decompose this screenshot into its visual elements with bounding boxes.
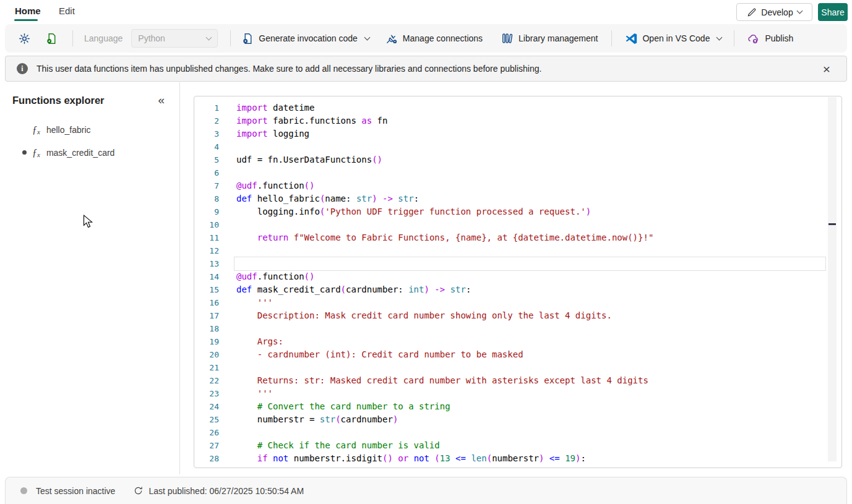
language-value: Python: [138, 33, 165, 43]
tab-home[interactable]: Home: [15, 6, 41, 16]
code-line[interactable]: 4: [194, 140, 841, 153]
line-content: ''': [235, 387, 825, 400]
function-item[interactable]: ƒxmask_credit_card: [0, 141, 179, 164]
line-number: 22: [194, 374, 219, 387]
code-line[interactable]: 17 Description: Mask credit card number …: [194, 309, 841, 322]
banner-close-icon[interactable]: ×: [823, 62, 830, 75]
code-line[interactable]: 14@udf.function(): [194, 270, 841, 283]
line-content: [235, 218, 825, 231]
code-line[interactable]: 1import datetime: [194, 101, 841, 114]
code-line[interactable]: 7@udf.function(): [194, 179, 841, 192]
line-content: @udf.function(): [235, 179, 825, 192]
develop-button[interactable]: Develop: [736, 3, 812, 21]
line-number: 26: [194, 426, 219, 439]
line-number: 8: [194, 192, 219, 205]
line-number: 2: [194, 114, 219, 127]
line-number: 27: [194, 439, 219, 452]
collapse-panel-icon[interactable]: «: [158, 93, 165, 107]
line-content: Returns: str: Masked credit card number …: [235, 374, 825, 387]
code-line[interactable]: 28 if not numberstr.isdigit() or not (13…: [194, 452, 841, 465]
line-content: [235, 140, 825, 153]
functions-explorer-title: Functions explorer: [12, 95, 105, 106]
line-number: 6: [194, 166, 219, 179]
generate-invocation-code-button[interactable]: Generate invocation code: [242, 33, 369, 45]
publish-button[interactable]: Publish: [747, 32, 793, 45]
line-content: udf = fn.UserDataFunctions(): [235, 153, 825, 166]
code-line[interactable]: 9 logging.info('Python UDF trigger funct…: [194, 205, 841, 218]
function-fx-icon: ƒx: [32, 147, 40, 158]
line-content: if not numberstr.isdigit() or not (13 <=…: [235, 452, 825, 465]
chevron-down-icon: [364, 34, 370, 40]
vscode-logo-icon: [624, 32, 637, 45]
manage-connections-button[interactable]: Manage connections: [385, 32, 483, 45]
code-line[interactable]: 18: [194, 322, 841, 335]
manage-connections-label: Manage connections: [403, 33, 483, 43]
code-editor[interactable]: 1import datetime2import fabric.functions…: [194, 96, 842, 468]
line-number: 21: [194, 361, 219, 374]
code-line[interactable]: 23 ''': [194, 387, 841, 400]
share-button[interactable]: Share: [818, 3, 848, 21]
code-line[interactable]: 15def mask_credit_card(cardnumber: int) …: [194, 283, 841, 296]
code-line[interactable]: 22 Returns: str: Masked credit card numb…: [194, 374, 841, 387]
code-line[interactable]: 11 return f"Welcome to Fabric Functions,…: [194, 231, 841, 244]
open-in-vscode-button[interactable]: Open in VS Code: [624, 32, 721, 45]
active-tab-underline: [14, 19, 38, 21]
line-content: @udf.function(): [235, 270, 825, 283]
library-management-button[interactable]: Library management: [501, 32, 598, 45]
code-line[interactable]: 19 Args:: [194, 335, 841, 348]
code-line[interactable]: 24 # Convert the card number to a string: [194, 400, 841, 413]
code-line[interactable]: 27 # Check if the card number is valid: [194, 439, 841, 452]
line-content: Args:: [235, 335, 825, 348]
function-item-label: hello_fabric: [46, 125, 91, 135]
language-select[interactable]: Python: [131, 29, 218, 48]
line-number: 3: [194, 127, 219, 140]
ribbon-toolbar: Language Python Generate invocation code…: [5, 24, 847, 53]
code-line[interactable]: 26: [194, 426, 841, 439]
publish-label: Publish: [765, 33, 793, 43]
code-line[interactable]: 5udf = fn.UserDataFunctions(): [194, 153, 841, 166]
line-content: [235, 244, 825, 257]
line-number: 7: [194, 179, 219, 192]
line-content: numberstr = str(cardnumber): [235, 413, 825, 426]
code-line[interactable]: 12: [194, 244, 841, 257]
session-status-text: Test session inactive: [36, 486, 115, 496]
code-line[interactable]: 20 - cardnumber (int): Credit card numbe…: [194, 348, 841, 361]
library-books-icon: [501, 32, 514, 45]
session-status-dot: [20, 487, 27, 494]
code-line[interactable]: 13: [194, 257, 841, 270]
mouse-cursor: [83, 215, 93, 231]
code-line[interactable]: 16 ''': [194, 296, 841, 309]
line-content: import fabric.functions as fn: [235, 114, 825, 127]
banner-text: This user data functions item has unpubl…: [37, 64, 823, 74]
code-line[interactable]: 25 numberstr = str(cardnumber): [194, 413, 841, 426]
code-line[interactable]: 6: [194, 166, 841, 179]
toolbar-separator: [734, 30, 734, 46]
status-bar: Test session inactive Last published: 06…: [5, 477, 847, 504]
library-management-label: Library management: [519, 33, 598, 43]
line-content: [235, 257, 825, 270]
line-content: def mask_credit_card(cardnumber: int) ->…: [235, 283, 825, 296]
line-number: 15: [194, 283, 219, 296]
line-content: Description: Mask credit card number sho…: [235, 309, 825, 322]
line-content: def hello_fabric(name: str) -> str:: [235, 192, 825, 205]
pencil-icon: [747, 7, 757, 17]
line-content: import logging: [235, 127, 825, 140]
function-item[interactable]: ƒxhello_fabric: [0, 118, 179, 141]
code-line[interactable]: 10: [194, 218, 841, 231]
code-line[interactable]: 3import logging: [194, 127, 841, 140]
code-line[interactable]: 8def hello_fabric(name: str) -> str:: [194, 192, 841, 205]
last-published-text: Last published: 06/27/2025 10:50:54 AM: [148, 486, 304, 496]
tab-edit[interactable]: Edit: [59, 6, 75, 16]
language-label: Language: [84, 33, 123, 43]
source-file-icon[interactable]: [46, 33, 58, 45]
code-line[interactable]: 21: [194, 361, 841, 374]
line-number: 4: [194, 140, 219, 153]
line-number: 28: [194, 452, 219, 465]
chevron-down-icon: [796, 8, 803, 14]
line-content: logging.info('Python UDF trigger functio…: [235, 205, 825, 218]
function-list: ƒxhello_fabricƒxmask_credit_card: [0, 118, 179, 164]
code-line[interactable]: 2import fabric.functions as fn: [194, 114, 841, 127]
line-content: [235, 322, 825, 335]
editor-scrollbar[interactable]: [828, 97, 837, 461]
settings-gear-icon[interactable]: [19, 33, 30, 45]
